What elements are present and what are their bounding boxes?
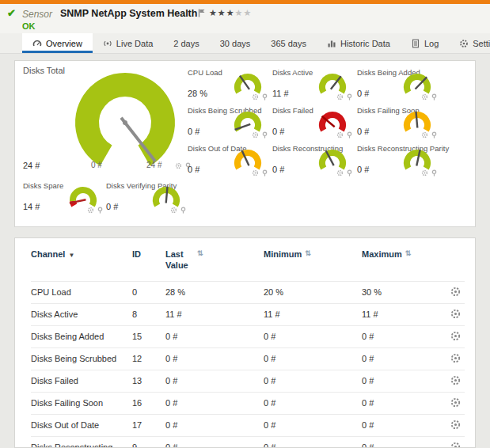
channel-settings-button[interactable] [450,308,462,320]
tab-2-days[interactable]: 2 days [163,33,209,53]
gauge-value: 24 # [23,161,40,170]
live-data-broadcast-icon [103,39,112,48]
gauge-settings-icon[interactable] [421,169,428,177]
sort-icon: ⇅ [305,249,311,257]
gauge-pin-icon[interactable] [346,131,353,139]
tab-30-days[interactable]: 30 days [210,33,261,53]
gauges-panel: Disks Total 24 # 0 # 24 # CPU Load28 %Di… [14,60,476,227]
channel-name: Disks Failing Soon [31,392,132,414]
channel-settings-button[interactable] [450,286,462,298]
channel-minimum: 0 # [264,392,362,414]
status-ok-check-icon: ✔ [7,7,16,19]
channel-settings-button[interactable] [450,419,462,431]
column-header-channel[interactable]: Channel▼ [31,246,132,281]
gauge-pin-icon[interactable] [261,131,268,139]
tab-label: Settings [473,39,490,48]
gauge-pin-icon[interactable] [346,169,353,177]
gauge-settings-icon[interactable] [252,93,259,101]
sensor-title: SNMP NetApp System Health [60,8,197,19]
gauge-tile: Disks Active11 # [272,68,355,104]
object-kind-label: Sensor [22,9,52,20]
sensor-header: ✔ Sensor SNMP NetApp System Health ★★★★★… [0,4,490,33]
channel-id: 15 [132,325,165,347]
column-header-minimum[interactable]: Minimum⇅ [264,246,362,281]
channel-gear-icon [450,308,462,320]
channel-settings-button[interactable] [450,441,462,448]
channel-minimum: 0 # [264,370,362,392]
channel-maximum: 11 # [362,303,430,325]
disks-total-gauge [66,66,184,184]
table-row: Disks Being Added150 #0 #0 # [31,325,465,347]
channel-name: Disks Being Scrubbed [31,347,132,370]
tab-label: Live Data [116,39,153,48]
column-label: ID [132,249,141,259]
channel-gear-icon [450,441,462,448]
column-header-id[interactable]: ID [132,246,165,281]
gauge-settings-icon[interactable] [336,169,344,177]
gauge-tile: Disks Reconstructing0 # [272,144,355,180]
gauge-settings-icon[interactable] [336,131,344,139]
channel-gear-icon [450,374,462,386]
gauge-pin-icon[interactable] [346,93,353,101]
channel-gear-icon [450,286,462,298]
gauge-pin-icon[interactable] [431,131,438,139]
gauge-tile: Disks Failing Soon0 # [357,106,439,142]
table-row: Disks Being Scrubbed120 #0 #0 # [31,347,465,370]
channel-maximum: 30 % [362,281,430,303]
channel-minimum: 0 # [264,325,362,347]
gauge-pin-icon[interactable] [261,169,268,177]
channel-id: 16 [132,392,165,414]
prtg-sensor-page: ✔ Sensor SNMP NetApp System Health ★★★★★… [0,0,490,448]
gauge-pin-icon[interactable] [97,207,104,214]
gauge-settings-icon[interactable] [421,131,428,139]
channel-settings-button[interactable] [450,352,462,364]
gauge-pin-icon[interactable] [180,207,187,214]
gauge-settings-icon[interactable] [252,131,259,139]
channel-gear-icon [450,397,462,408]
gauge-scale-max: 24 # [146,161,161,169]
tab-log[interactable]: Log [401,33,449,53]
channel-settings-button[interactable] [450,330,462,342]
tab-365-days[interactable]: 365 days [260,33,317,53]
gauge-pin-icon[interactable] [261,93,268,101]
channel-settings-button[interactable] [450,397,462,408]
gauge-value: 0 # [272,165,284,174]
channel-actions-cell [430,370,465,392]
gauge-tile: Disks Being Scrubbed0 # [188,106,270,142]
column-label: Channel [31,249,65,259]
channel-last-value: 0 # [165,370,264,392]
gauge-tile: Disks Failed0 # [272,106,355,142]
tab-overview[interactable]: Overview [22,33,93,53]
tab-settings[interactable]: Settings [449,33,490,53]
column-header-last-value[interactable]: Last Value⇅ [165,246,264,281]
log-document-icon [411,39,420,48]
gauge-tile: Disks Reconstructing Parity0 # [357,144,439,180]
channel-settings-button[interactable] [450,374,462,386]
gauge-settings-icon[interactable] [252,169,259,177]
channel-id: 17 [132,414,165,436]
channel-actions-cell [430,347,465,370]
gauge-action-icons [170,207,187,214]
channel-maximum: 0 # [362,436,430,448]
channel-gear-icon [450,330,462,342]
channel-last-value: 11 # [165,303,264,325]
gauge-value: 0 # [188,165,199,174]
channel-maximum: 0 # [362,392,430,414]
channel-minimum: 0 # [264,436,362,448]
channel-actions-cell [430,281,465,303]
gauge-settings-icon[interactable] [421,93,428,101]
gauge-settings-icon[interactable] [336,93,344,101]
gauge-settings-icon[interactable] [87,207,94,214]
gauge-settings-icon[interactable] [175,162,182,169]
column-header-actions [430,246,465,281]
priority-flag-icon[interactable] [198,9,205,17]
column-header-maximum[interactable]: Maximum⇅ [362,246,430,281]
priority-stars[interactable]: ★★★★★ [209,8,252,18]
gauge-pin-icon[interactable] [431,93,438,101]
gauge-value: 0 # [272,127,284,136]
gauge-pin-icon[interactable] [431,169,438,177]
tab-historic-data[interactable]: Historic Data [317,33,401,53]
gauge-settings-icon[interactable] [170,207,177,214]
tab-label: 365 days [271,39,306,48]
tab-live-data[interactable]: Live Data [93,33,163,53]
